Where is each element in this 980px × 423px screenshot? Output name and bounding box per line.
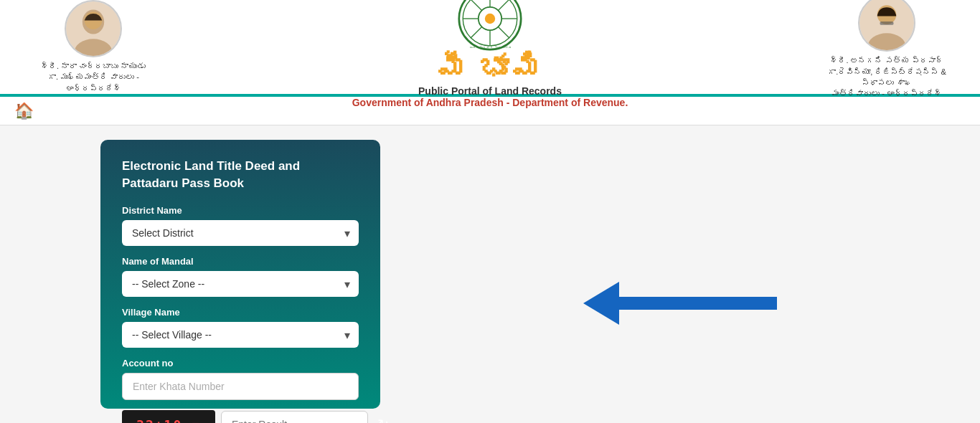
form-card: Electronic Land Title Deed and Pattadaru… [100,140,380,409]
district-select-wrapper: Select District [122,220,359,246]
svg-point-15 [485,13,495,23]
mandal-label: Name of Mandal [122,256,359,267]
left-arrow [583,282,777,325]
left-person-section: శ్రీ. నారా చంద్రబాబు నాయుడు గా. ముఖ్యమంత… [22,0,165,94]
captcha-input[interactable] [221,411,368,423]
village-group: Village Name -- Select Village -- [122,307,359,348]
portal-subtitle: Public Portal of Land Records [418,85,562,97]
refresh-captcha-button[interactable]: ↻ [374,412,393,423]
arrow-body [619,297,777,310]
village-select[interactable]: -- Select Village -- [122,322,359,348]
left-person-avatar [65,0,122,57]
header: శ్రీ. నారా చంద్రబాబు నాయుడు గా. ముఖ్యమంత… [0,0,980,97]
arrow-container [395,140,966,409]
right-person-avatar [858,0,915,52]
mandal-select-wrapper: -- Select Zone -- [122,271,359,297]
mandal-select[interactable]: -- Select Zone -- [122,271,359,297]
account-input[interactable] [122,373,359,400]
arrow-head [583,282,619,325]
account-group: Account no [122,358,359,400]
district-select[interactable]: Select District [122,220,359,246]
mandal-group: Name of Mandal -- Select Zone -- [122,256,359,297]
village-select-wrapper: -- Select Village -- [122,322,359,348]
captcha-row: 32+10 = ↻ [122,410,359,423]
home-icon[interactable]: 🏠 [14,102,34,120]
captcha-display: 32+10 = [122,410,215,423]
left-person-name: శ్రీ. నారా చంద్రబాబు నాయుడు గా. ముఖ్యమంత… [22,61,165,94]
ap-logo: ఆంధ్రప్రదేశ్ ప్రభుత్వం [458,0,522,51]
gov-title: Government of Andhra Pradesh - Departmen… [352,97,628,108]
district-label: District Name [122,205,359,216]
right-person-section: శ్రీ. అనగని సత్య ప్రసాద్ గా.రెవిన్యూ, రి… [815,0,958,100]
district-group: District Name Select District [122,205,359,246]
svg-text:ఆంధ్రప్రదేశ్ ప్రభుత్వం: ఆంధ్రప్రదేశ్ ప్రభుత్వం [469,45,510,49]
header-center: ఆంధ్రప్రదేశ్ ప్రభుత్వం మీ భూమి Public Po… [165,0,815,108]
form-title: Electronic Land Title Deed and Pattadaru… [122,158,359,192]
right-person-name: శ్రీ. అనగని సత్య ప్రసాద్ గా.రెవిన్యూ, రి… [815,55,958,100]
main-content: Electronic Land Title Deed and Pattadaru… [0,125,980,423]
village-label: Village Name [122,307,359,318]
site-title: మీ భూమి [436,51,545,85]
account-label: Account no [122,358,359,369]
svg-rect-20 [880,22,894,25]
